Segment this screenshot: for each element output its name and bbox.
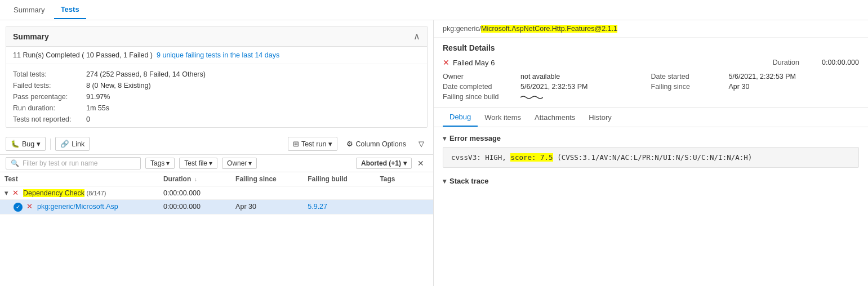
result-row-owner: Owner not available <box>443 72 651 82</box>
result-fail-icon: ✕ <box>443 58 449 67</box>
detail-duration-cell: 0:00:00.000 <box>159 200 231 214</box>
label-failing-since: Failing since <box>651 83 724 91</box>
value-pass: 91.97% <box>86 93 110 101</box>
breadcrumb: pkg:generic/Microsoft.AspNetCore.Http.Fe… <box>434 20 868 38</box>
test-run-chevron-icon: ▾ <box>328 140 332 148</box>
filter-search-icon: 🔍 <box>11 159 19 167</box>
toolbar-right: ⊞ Test run ▾ ⚙ Column Options ▽ <box>288 137 428 151</box>
collapse-button[interactable]: ∧ <box>413 31 420 42</box>
error-highlight-score: score: 7.5 <box>510 153 553 162</box>
link-button[interactable]: 🔗 Link <box>55 137 90 151</box>
summary-alert: 11 Run(s) Completed ( 10 Passed, 1 Faile… <box>6 47 427 64</box>
bug-label: Bug <box>22 140 34 148</box>
summary-header: Summary ∧ <box>6 26 427 47</box>
filter-input-container[interactable]: 🔍 Filter by test or run name <box>6 157 141 169</box>
stack-trace-title: Stack trace <box>449 177 488 185</box>
summary-row-not-reported: Tests not reported: 0 <box>13 114 420 125</box>
group-duration-cell: 0:00:00.000 <box>159 186 231 200</box>
label-total: Total tests: <box>13 70 86 78</box>
value-total: 274 (252 Passed, 8 Failed, 14 Others) <box>86 70 206 78</box>
result-col-left: Owner not available Date completed 5/6/2… <box>443 72 651 102</box>
filter-bar: 🔍 Filter by test or run name Tags ▾ Test… <box>0 155 433 172</box>
main-container: Summary ∧ 11 Run(s) Completed ( 10 Passe… <box>0 20 868 286</box>
left-panel: Summary ∧ 11 Run(s) Completed ( 10 Passe… <box>0 20 434 286</box>
summary-title: Summary <box>13 32 49 41</box>
toolbar-separator-1 <box>50 138 51 150</box>
filter-status: Aborted (+1) ▾ ✕ <box>356 158 428 169</box>
expand-icon[interactable]: ▾ <box>5 189 8 197</box>
stack-trace-header[interactable]: ▾ Stack trace <box>443 177 859 185</box>
detail-fail-icon: ✕ <box>26 203 33 211</box>
value-failing-since: Apr 30 <box>729 83 750 91</box>
test-run-label: Test run <box>301 140 326 148</box>
table-header-row: Test Duration ↓ Failing since Failing bu… <box>0 172 433 186</box>
label-date-completed: Date completed <box>443 83 516 91</box>
table-row: ▾ ✕ Dependency Check (8/147) 0:00:00.000 <box>0 186 433 200</box>
result-status: ✕ Failed May 6 Duration 0:00:00.000 <box>443 58 859 67</box>
result-col-right: Date started 5/6/2021, 2:32:53 PM Failin… <box>651 72 860 102</box>
th-failing-build[interactable]: Failing build <box>303 172 375 186</box>
error-message-header[interactable]: ▾ Error message <box>443 134 859 142</box>
label-failed: Failed tests: <box>13 82 86 90</box>
detail-failing-build-cell: 5.9.27 <box>303 200 375 214</box>
th-test[interactable]: Test <box>0 172 159 186</box>
tab-work-items[interactable]: Work items <box>478 109 528 126</box>
result-details-section: Result Details ✕ Failed May 6 Duration 0… <box>434 38 868 108</box>
filter-tags-dropdown[interactable]: Tags ▾ <box>145 158 175 169</box>
top-tabs: Summary Tests <box>0 0 868 20</box>
tab-history[interactable]: History <box>582 109 618 126</box>
filter-test-file-dropdown[interactable]: Test file ▾ <box>179 158 217 169</box>
result-details-title: Result Details <box>443 43 859 52</box>
aborted-label: Aborted (+1) <box>361 159 401 167</box>
th-duration[interactable]: Duration ↓ <box>159 172 231 186</box>
table-row: ✓ ✕ pkg:generic/Microsoft.Asp 0:00:00.00… <box>0 200 433 214</box>
error-message-box: cvssV3: HIGH, score: 7.5 (CVSS:3.1/AV:N/… <box>443 147 859 168</box>
result-row-date-started: Date started 5/6/2021, 2:32:53 PM <box>651 72 860 82</box>
th-failing-since[interactable]: Failing since <box>231 172 303 186</box>
tab-tests[interactable]: Tests <box>54 1 86 19</box>
result-row-date-completed: Date completed 5/6/2021, 2:32:53 PM <box>443 82 651 92</box>
duration-value-right: 0:00:00.000 <box>822 59 859 66</box>
tab-debug[interactable]: Debug <box>443 108 478 127</box>
error-message-title: Error message <box>449 134 501 142</box>
test-file-chevron-icon: ▾ <box>209 159 212 167</box>
breadcrumb-prefix: pkg:generic/ <box>443 25 481 33</box>
owner-chevron-icon: ▾ <box>248 159 252 167</box>
group-failing-build-cell <box>303 186 375 200</box>
filter-button[interactable]: ▽ <box>415 137 428 150</box>
group-test-cell: ▾ ✕ Dependency Check (8/147) <box>0 186 159 200</box>
duration-sort-icon: ↓ <box>194 176 197 182</box>
alert-text: 11 Run(s) Completed ( 10 Passed, 1 Faile… <box>13 51 153 59</box>
value-failing-since-build <box>520 93 543 101</box>
column-options-button[interactable]: ⚙ Column Options <box>342 137 411 150</box>
column-options-label: Column Options <box>355 140 406 148</box>
result-grid: Owner not available Date completed 5/6/2… <box>443 72 859 102</box>
filter-close-button[interactable]: ✕ <box>414 158 428 169</box>
summary-grid: Total tests: 274 (252 Passed, 8 Failed, … <box>6 64 427 127</box>
th-tags[interactable]: Tags <box>375 172 433 186</box>
toolbar: 🐛 Bug ▾ 🔗 Link ⊞ Test run ▾ ⚙ Column Opt… <box>0 133 433 155</box>
tab-attachments[interactable]: Attachments <box>528 109 582 126</box>
label-failing-since-build: Failing since build <box>443 93 516 101</box>
tab-summary[interactable]: Summary <box>7 1 52 19</box>
aborted-badge[interactable]: Aborted (+1) ▾ <box>356 158 412 169</box>
tags-label: Tags <box>150 159 164 167</box>
right-panel: pkg:generic/Microsoft.AspNetCore.Http.Fe… <box>434 20 868 286</box>
bug-icon: 🐛 <box>11 140 20 148</box>
value-not-reported: 0 <box>86 115 90 123</box>
result-row-failing-since: Failing since Apr 30 <box>651 82 860 92</box>
summary-section: Summary ∧ 11 Run(s) Completed ( 10 Passe… <box>6 26 428 128</box>
link-label: Link <box>72 140 84 148</box>
label-not-reported: Tests not reported: <box>13 115 86 123</box>
test-run-icon: ⊞ <box>293 140 299 148</box>
test-run-button[interactable]: ⊞ Test run ▾ <box>288 137 337 151</box>
detail-failing-since-cell: Apr 30 <box>231 200 303 214</box>
error-chevron-icon: ▾ <box>443 135 446 142</box>
filter-owner-dropdown[interactable]: Owner ▾ <box>222 158 257 169</box>
summary-row-total: Total tests: 274 (252 Passed, 8 Failed, … <box>13 69 420 80</box>
filter-placeholder: Filter by test or run name <box>23 159 97 167</box>
detail-test-name[interactable]: pkg:generic/Microsoft.Asp <box>37 203 118 211</box>
failing-build-link[interactable]: 5.9.27 <box>308 203 327 211</box>
failing-tests-link[interactable]: 9 unique failing tests in the last 14 da… <box>157 51 279 59</box>
bug-button[interactable]: 🐛 Bug ▾ <box>6 137 46 151</box>
